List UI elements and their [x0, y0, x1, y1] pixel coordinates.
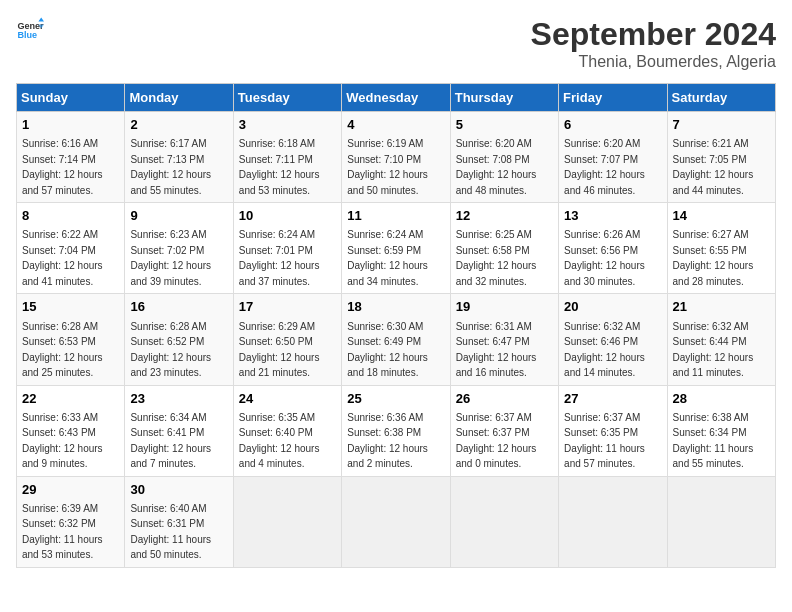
weekday-header: Wednesday — [342, 84, 450, 112]
day-number: 25 — [347, 390, 444, 408]
day-info: Sunrise: 6:18 AMSunset: 7:11 PMDaylight:… — [239, 138, 320, 196]
day-info: Sunrise: 6:17 AMSunset: 7:13 PMDaylight:… — [130, 138, 211, 196]
calendar-day-cell — [559, 476, 667, 567]
day-info: Sunrise: 6:23 AMSunset: 7:02 PMDaylight:… — [130, 229, 211, 287]
day-info: Sunrise: 6:28 AMSunset: 6:52 PMDaylight:… — [130, 321, 211, 379]
day-number: 21 — [673, 298, 770, 316]
day-info: Sunrise: 6:22 AMSunset: 7:04 PMDaylight:… — [22, 229, 103, 287]
logo-icon: General Blue — [16, 16, 44, 44]
page-header: General Blue September 2024 Thenia, Boum… — [16, 16, 776, 71]
day-number: 30 — [130, 481, 227, 499]
calendar-day-cell: 9 Sunrise: 6:23 AMSunset: 7:02 PMDayligh… — [125, 203, 233, 294]
day-number: 16 — [130, 298, 227, 316]
calendar-day-cell: 15 Sunrise: 6:28 AMSunset: 6:53 PMDaylig… — [17, 294, 125, 385]
calendar-day-cell: 20 Sunrise: 6:32 AMSunset: 6:46 PMDaylig… — [559, 294, 667, 385]
calendar-day-cell: 4 Sunrise: 6:19 AMSunset: 7:10 PMDayligh… — [342, 112, 450, 203]
calendar-day-cell: 30 Sunrise: 6:40 AMSunset: 6:31 PMDaylig… — [125, 476, 233, 567]
calendar-day-cell — [450, 476, 558, 567]
day-info: Sunrise: 6:32 AMSunset: 6:46 PMDaylight:… — [564, 321, 645, 379]
day-info: Sunrise: 6:28 AMSunset: 6:53 PMDaylight:… — [22, 321, 103, 379]
day-number: 6 — [564, 116, 661, 134]
day-info: Sunrise: 6:21 AMSunset: 7:05 PMDaylight:… — [673, 138, 754, 196]
calendar-day-cell: 3 Sunrise: 6:18 AMSunset: 7:11 PMDayligh… — [233, 112, 341, 203]
day-number: 3 — [239, 116, 336, 134]
day-number: 9 — [130, 207, 227, 225]
calendar-day-cell: 29 Sunrise: 6:39 AMSunset: 6:32 PMDaylig… — [17, 476, 125, 567]
day-info: Sunrise: 6:37 AMSunset: 6:35 PMDaylight:… — [564, 412, 645, 470]
calendar-day-cell: 1 Sunrise: 6:16 AMSunset: 7:14 PMDayligh… — [17, 112, 125, 203]
calendar-day-cell: 19 Sunrise: 6:31 AMSunset: 6:47 PMDaylig… — [450, 294, 558, 385]
day-number: 24 — [239, 390, 336, 408]
location-title: Thenia, Boumerdes, Algeria — [531, 53, 776, 71]
day-number: 7 — [673, 116, 770, 134]
calendar-day-cell: 8 Sunrise: 6:22 AMSunset: 7:04 PMDayligh… — [17, 203, 125, 294]
day-number: 1 — [22, 116, 119, 134]
day-number: 8 — [22, 207, 119, 225]
calendar-day-cell — [667, 476, 775, 567]
svg-text:Blue: Blue — [17, 30, 37, 40]
calendar-day-cell: 21 Sunrise: 6:32 AMSunset: 6:44 PMDaylig… — [667, 294, 775, 385]
calendar-day-cell: 10 Sunrise: 6:24 AMSunset: 7:01 PMDaylig… — [233, 203, 341, 294]
calendar-day-cell: 26 Sunrise: 6:37 AMSunset: 6:37 PMDaylig… — [450, 385, 558, 476]
calendar-day-cell: 5 Sunrise: 6:20 AMSunset: 7:08 PMDayligh… — [450, 112, 558, 203]
day-number: 23 — [130, 390, 227, 408]
day-info: Sunrise: 6:26 AMSunset: 6:56 PMDaylight:… — [564, 229, 645, 287]
day-info: Sunrise: 6:38 AMSunset: 6:34 PMDaylight:… — [673, 412, 754, 470]
day-info: Sunrise: 6:19 AMSunset: 7:10 PMDaylight:… — [347, 138, 428, 196]
day-info: Sunrise: 6:24 AMSunset: 6:59 PMDaylight:… — [347, 229, 428, 287]
day-info: Sunrise: 6:20 AMSunset: 7:07 PMDaylight:… — [564, 138, 645, 196]
calendar-week-row: 8 Sunrise: 6:22 AMSunset: 7:04 PMDayligh… — [17, 203, 776, 294]
day-info: Sunrise: 6:40 AMSunset: 6:31 PMDaylight:… — [130, 503, 211, 561]
svg-marker-2 — [38, 17, 44, 21]
day-info: Sunrise: 6:27 AMSunset: 6:55 PMDaylight:… — [673, 229, 754, 287]
weekday-header: Monday — [125, 84, 233, 112]
day-info: Sunrise: 6:32 AMSunset: 6:44 PMDaylight:… — [673, 321, 754, 379]
weekday-header: Thursday — [450, 84, 558, 112]
day-number: 4 — [347, 116, 444, 134]
calendar-day-cell: 16 Sunrise: 6:28 AMSunset: 6:52 PMDaylig… — [125, 294, 233, 385]
weekday-header: Sunday — [17, 84, 125, 112]
day-number: 28 — [673, 390, 770, 408]
calendar-day-cell — [233, 476, 341, 567]
month-title: September 2024 — [531, 16, 776, 53]
day-info: Sunrise: 6:24 AMSunset: 7:01 PMDaylight:… — [239, 229, 320, 287]
day-number: 26 — [456, 390, 553, 408]
day-info: Sunrise: 6:33 AMSunset: 6:43 PMDaylight:… — [22, 412, 103, 470]
day-info: Sunrise: 6:20 AMSunset: 7:08 PMDaylight:… — [456, 138, 537, 196]
calendar-day-cell: 13 Sunrise: 6:26 AMSunset: 6:56 PMDaylig… — [559, 203, 667, 294]
calendar-week-row: 29 Sunrise: 6:39 AMSunset: 6:32 PMDaylig… — [17, 476, 776, 567]
logo: General Blue — [16, 16, 44, 44]
day-number: 13 — [564, 207, 661, 225]
day-info: Sunrise: 6:30 AMSunset: 6:49 PMDaylight:… — [347, 321, 428, 379]
calendar-day-cell: 14 Sunrise: 6:27 AMSunset: 6:55 PMDaylig… — [667, 203, 775, 294]
day-number: 11 — [347, 207, 444, 225]
day-number: 29 — [22, 481, 119, 499]
calendar-table: SundayMondayTuesdayWednesdayThursdayFrid… — [16, 83, 776, 568]
calendar-day-cell: 24 Sunrise: 6:35 AMSunset: 6:40 PMDaylig… — [233, 385, 341, 476]
day-number: 19 — [456, 298, 553, 316]
calendar-day-cell: 6 Sunrise: 6:20 AMSunset: 7:07 PMDayligh… — [559, 112, 667, 203]
day-number: 12 — [456, 207, 553, 225]
day-number: 22 — [22, 390, 119, 408]
calendar-day-cell: 27 Sunrise: 6:37 AMSunset: 6:35 PMDaylig… — [559, 385, 667, 476]
day-info: Sunrise: 6:34 AMSunset: 6:41 PMDaylight:… — [130, 412, 211, 470]
weekday-header: Saturday — [667, 84, 775, 112]
day-number: 14 — [673, 207, 770, 225]
day-info: Sunrise: 6:37 AMSunset: 6:37 PMDaylight:… — [456, 412, 537, 470]
day-number: 18 — [347, 298, 444, 316]
day-number: 15 — [22, 298, 119, 316]
weekday-header: Friday — [559, 84, 667, 112]
day-info: Sunrise: 6:36 AMSunset: 6:38 PMDaylight:… — [347, 412, 428, 470]
calendar-day-cell: 18 Sunrise: 6:30 AMSunset: 6:49 PMDaylig… — [342, 294, 450, 385]
calendar-day-cell: 25 Sunrise: 6:36 AMSunset: 6:38 PMDaylig… — [342, 385, 450, 476]
calendar-week-row: 15 Sunrise: 6:28 AMSunset: 6:53 PMDaylig… — [17, 294, 776, 385]
calendar-day-cell — [342, 476, 450, 567]
day-info: Sunrise: 6:16 AMSunset: 7:14 PMDaylight:… — [22, 138, 103, 196]
day-number: 2 — [130, 116, 227, 134]
day-number: 10 — [239, 207, 336, 225]
calendar-day-cell: 2 Sunrise: 6:17 AMSunset: 7:13 PMDayligh… — [125, 112, 233, 203]
calendar-day-cell: 28 Sunrise: 6:38 AMSunset: 6:34 PMDaylig… — [667, 385, 775, 476]
calendar-day-cell: 7 Sunrise: 6:21 AMSunset: 7:05 PMDayligh… — [667, 112, 775, 203]
day-info: Sunrise: 6:29 AMSunset: 6:50 PMDaylight:… — [239, 321, 320, 379]
day-info: Sunrise: 6:31 AMSunset: 6:47 PMDaylight:… — [456, 321, 537, 379]
